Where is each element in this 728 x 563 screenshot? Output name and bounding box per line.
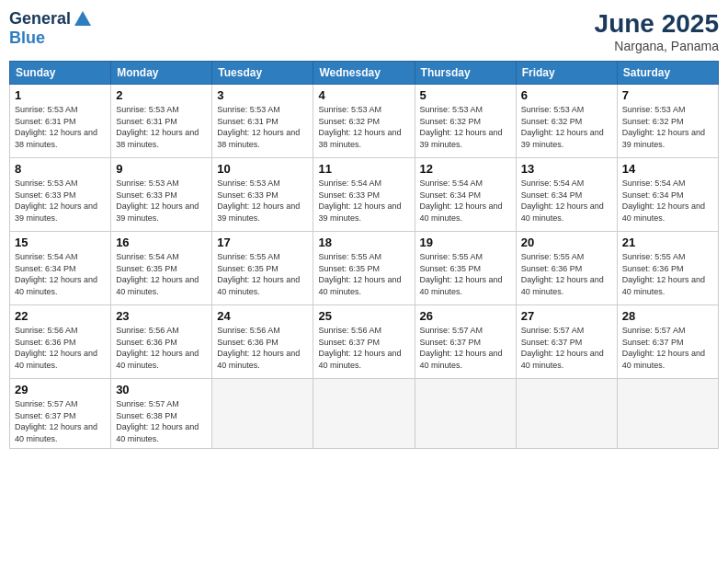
calendar-header-row: SundayMondayTuesdayWednesdayThursdayFrid… [10,62,719,85]
calendar-cell: 21 Sunrise: 5:55 AM Sunset: 6:36 PM Dayl… [617,232,718,305]
calendar-cell: 13 Sunrise: 5:54 AM Sunset: 6:34 PM Dayl… [516,158,617,232]
day-info: Sunrise: 5:57 AM Sunset: 6:37 PM Dayligh… [15,398,106,444]
column-header-friday: Friday [516,62,617,85]
day-number: 20 [521,236,612,249]
calendar-cell: 30 Sunrise: 5:57 AM Sunset: 6:38 PM Dayl… [111,379,212,449]
calendar-week-row: 1 Sunrise: 5:53 AM Sunset: 6:31 PM Dayli… [10,85,719,158]
column-header-wednesday: Wednesday [313,62,415,85]
day-info: Sunrise: 5:56 AM Sunset: 6:36 PM Dayligh… [116,325,207,371]
day-number: 19 [420,236,511,249]
day-number: 8 [15,162,106,176]
day-info: Sunrise: 5:56 AM Sunset: 6:36 PM Dayligh… [15,325,106,371]
day-info: Sunrise: 5:53 AM Sunset: 6:31 PM Dayligh… [217,104,308,150]
day-number: 3 [217,88,308,102]
calendar-cell: 6 Sunrise: 5:53 AM Sunset: 6:32 PM Dayli… [516,85,617,158]
calendar-cell [415,379,516,449]
day-number: 23 [116,309,207,323]
calendar-cell [212,379,313,449]
calendar-week-row: 29 Sunrise: 5:57 AM Sunset: 6:37 PM Dayl… [10,379,719,449]
calendar-cell: 18 Sunrise: 5:55 AM Sunset: 6:35 PM Dayl… [313,232,415,305]
title-block: June 2025 Nargana, Panama [595,9,719,53]
calendar-cell: 8 Sunrise: 5:53 AM Sunset: 6:33 PM Dayli… [10,158,111,232]
logo-icon [73,9,93,29]
day-number: 2 [116,88,207,102]
calendar-cell: 23 Sunrise: 5:56 AM Sunset: 6:36 PM Dayl… [111,305,212,379]
column-header-sunday: Sunday [10,62,111,85]
calendar-cell: 19 Sunrise: 5:55 AM Sunset: 6:35 PM Dayl… [415,232,516,305]
day-number: 17 [217,236,308,249]
day-number: 11 [318,162,409,176]
day-number: 5 [420,88,511,102]
calendar-week-row: 22 Sunrise: 5:56 AM Sunset: 6:36 PM Dayl… [10,305,719,379]
day-number: 10 [217,162,308,176]
calendar-cell: 17 Sunrise: 5:55 AM Sunset: 6:35 PM Dayl… [212,232,313,305]
day-info: Sunrise: 5:55 AM Sunset: 6:35 PM Dayligh… [420,251,511,297]
day-number: 16 [116,236,207,249]
day-info: Sunrise: 5:54 AM Sunset: 6:34 PM Dayligh… [420,178,511,224]
calendar-cell: 26 Sunrise: 5:57 AM Sunset: 6:37 PM Dayl… [415,305,516,379]
day-info: Sunrise: 5:56 AM Sunset: 6:37 PM Dayligh… [318,325,409,371]
page-header: General Blue June 2025 Nargana, Panama [9,9,719,53]
calendar-cell: 15 Sunrise: 5:54 AM Sunset: 6:34 PM Dayl… [10,232,111,305]
day-info: Sunrise: 5:55 AM Sunset: 6:35 PM Dayligh… [318,251,409,297]
day-info: Sunrise: 5:56 AM Sunset: 6:36 PM Dayligh… [217,325,308,371]
day-info: Sunrise: 5:53 AM Sunset: 6:32 PM Dayligh… [622,104,713,150]
logo: General Blue [9,9,93,48]
day-number: 26 [420,309,511,323]
day-number: 28 [622,309,713,323]
day-info: Sunrise: 5:53 AM Sunset: 6:32 PM Dayligh… [318,104,409,150]
calendar-cell: 24 Sunrise: 5:56 AM Sunset: 6:36 PM Dayl… [212,305,313,379]
day-info: Sunrise: 5:57 AM Sunset: 6:37 PM Dayligh… [622,325,713,371]
calendar-cell: 7 Sunrise: 5:53 AM Sunset: 6:32 PM Dayli… [617,85,718,158]
day-info: Sunrise: 5:54 AM Sunset: 6:34 PM Dayligh… [622,178,713,224]
day-number: 29 [15,383,106,396]
calendar-cell: 10 Sunrise: 5:53 AM Sunset: 6:33 PM Dayl… [212,158,313,232]
day-number: 4 [318,88,409,102]
calendar-cell: 11 Sunrise: 5:54 AM Sunset: 6:33 PM Dayl… [313,158,415,232]
svg-marker-0 [74,11,91,26]
day-number: 1 [15,88,106,102]
day-number: 24 [217,309,308,323]
day-info: Sunrise: 5:53 AM Sunset: 6:32 PM Dayligh… [521,104,612,150]
column-header-tuesday: Tuesday [212,62,313,85]
day-info: Sunrise: 5:57 AM Sunset: 6:37 PM Dayligh… [521,325,612,371]
calendar-cell: 4 Sunrise: 5:53 AM Sunset: 6:32 PM Dayli… [313,85,415,158]
calendar-week-row: 15 Sunrise: 5:54 AM Sunset: 6:34 PM Dayl… [10,232,719,305]
day-number: 7 [622,88,713,102]
day-number: 6 [521,88,612,102]
calendar-cell: 28 Sunrise: 5:57 AM Sunset: 6:37 PM Dayl… [617,305,718,379]
day-info: Sunrise: 5:54 AM Sunset: 6:33 PM Dayligh… [318,178,409,224]
calendar-table: SundayMondayTuesdayWednesdayThursdayFrid… [9,61,719,449]
day-number: 21 [622,236,713,249]
day-number: 12 [420,162,511,176]
day-info: Sunrise: 5:53 AM Sunset: 6:33 PM Dayligh… [217,178,308,224]
calendar-cell: 22 Sunrise: 5:56 AM Sunset: 6:36 PM Dayl… [10,305,111,379]
day-number: 15 [15,236,106,249]
calendar-cell [617,379,718,449]
calendar-week-row: 8 Sunrise: 5:53 AM Sunset: 6:33 PM Dayli… [10,158,719,232]
calendar-cell: 29 Sunrise: 5:57 AM Sunset: 6:37 PM Dayl… [10,379,111,449]
day-info: Sunrise: 5:53 AM Sunset: 6:32 PM Dayligh… [420,104,511,150]
calendar-cell: 12 Sunrise: 5:54 AM Sunset: 6:34 PM Dayl… [415,158,516,232]
day-number: 18 [318,236,409,249]
calendar-cell: 20 Sunrise: 5:55 AM Sunset: 6:36 PM Dayl… [516,232,617,305]
day-number: 9 [116,162,207,176]
day-info: Sunrise: 5:54 AM Sunset: 6:34 PM Dayligh… [521,178,612,224]
column-header-saturday: Saturday [617,62,718,85]
calendar-cell: 5 Sunrise: 5:53 AM Sunset: 6:32 PM Dayli… [415,85,516,158]
calendar-cell [313,379,415,449]
day-info: Sunrise: 5:53 AM Sunset: 6:33 PM Dayligh… [15,178,106,224]
day-info: Sunrise: 5:53 AM Sunset: 6:31 PM Dayligh… [15,104,106,150]
location: Nargana, Panama [595,39,719,53]
calendar-cell: 1 Sunrise: 5:53 AM Sunset: 6:31 PM Dayli… [10,85,111,158]
calendar-cell [516,379,617,449]
day-number: 22 [15,309,106,323]
day-number: 14 [622,162,713,176]
day-info: Sunrise: 5:57 AM Sunset: 6:37 PM Dayligh… [420,325,511,371]
calendar-cell: 3 Sunrise: 5:53 AM Sunset: 6:31 PM Dayli… [212,85,313,158]
day-number: 13 [521,162,612,176]
calendar-cell: 25 Sunrise: 5:56 AM Sunset: 6:37 PM Dayl… [313,305,415,379]
column-header-thursday: Thursday [415,62,516,85]
calendar-cell: 14 Sunrise: 5:54 AM Sunset: 6:34 PM Dayl… [617,158,718,232]
calendar-cell: 2 Sunrise: 5:53 AM Sunset: 6:31 PM Dayli… [111,85,212,158]
